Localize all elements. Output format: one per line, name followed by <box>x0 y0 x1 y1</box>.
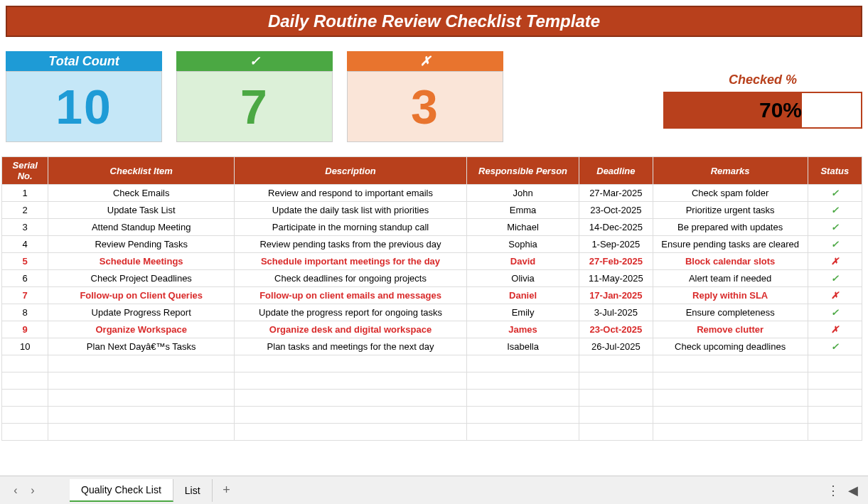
table-row-empty[interactable] <box>2 424 862 441</box>
header-item[interactable]: Checklist Item <box>48 157 235 185</box>
cell-empty[interactable] <box>235 407 467 424</box>
cell-item[interactable]: Follow-up on Client Queries <box>48 287 235 304</box>
cell-empty[interactable] <box>48 390 235 407</box>
cell-deadline[interactable]: 27-Feb-2025 <box>579 253 653 270</box>
cell-empty[interactable] <box>48 355 235 372</box>
table-row-empty[interactable] <box>2 407 862 424</box>
next-sheet-button[interactable]: › <box>24 482 41 499</box>
cell-deadline[interactable]: 23-Oct-2025 <box>579 321 653 338</box>
cell-item[interactable]: Review Pending Tasks <box>48 236 235 253</box>
cell-item[interactable]: Update Progress Report <box>48 304 235 321</box>
cell-deadline[interactable]: 23-Oct-2025 <box>579 202 653 219</box>
cell-person[interactable]: Daniel <box>467 287 579 304</box>
cell-item[interactable]: Check Project Deadlines <box>48 270 235 287</box>
cell-empty[interactable] <box>808 372 862 390</box>
cell-desc[interactable]: Update the daily task list with prioriti… <box>235 202 467 219</box>
cell-status[interactable]: ✓ <box>808 270 862 287</box>
cell-remarks[interactable]: Check upcoming deadlines <box>653 338 808 355</box>
prev-sheet-button[interactable]: ‹ <box>7 482 24 499</box>
cell-empty[interactable] <box>808 407 862 424</box>
cell-status[interactable]: ✗ <box>808 253 862 270</box>
cell-serial[interactable]: 1 <box>2 185 48 202</box>
cell-desc[interactable]: Schedule important meetings for the day <box>235 253 467 270</box>
cell-empty[interactable] <box>653 372 808 390</box>
add-sheet-button[interactable]: + <box>213 483 241 498</box>
table-row[interactable]: 8Update Progress ReportUpdate the progre… <box>2 304 862 321</box>
table-row[interactable]: 9Organize WorkspaceOrganize desk and dig… <box>2 321 862 338</box>
cell-status[interactable]: ✗ <box>808 287 862 304</box>
cell-empty[interactable] <box>808 424 862 441</box>
cell-person[interactable]: Isabella <box>467 338 579 355</box>
table-row[interactable]: 7Follow-up on Client QueriesFollow-up on… <box>2 287 862 304</box>
cell-empty[interactable] <box>2 372 48 390</box>
cell-person[interactable]: Emma <box>467 202 579 219</box>
header-status[interactable]: Status <box>808 157 862 185</box>
cell-status[interactable]: ✓ <box>808 185 862 202</box>
cell-empty[interactable] <box>653 407 808 424</box>
cell-empty[interactable] <box>2 355 48 372</box>
cell-serial[interactable]: 4 <box>2 236 48 253</box>
cell-empty[interactable] <box>235 372 467 390</box>
cell-desc[interactable]: Follow-up on client emails and messages <box>235 287 467 304</box>
cell-remarks[interactable]: Reply within SLA <box>653 287 808 304</box>
table-row-empty[interactable] <box>2 372 862 390</box>
cell-serial[interactable]: 8 <box>2 304 48 321</box>
cell-deadline[interactable]: 17-Jan-2025 <box>579 287 653 304</box>
cell-status[interactable]: ✓ <box>808 338 862 355</box>
cell-item[interactable]: Update Task List <box>48 202 235 219</box>
cell-serial[interactable]: 9 <box>2 321 48 338</box>
cell-desc[interactable]: Participate in the morning standup call <box>235 219 467 236</box>
cell-deadline[interactable]: 26-Jul-2025 <box>579 338 653 355</box>
cell-empty[interactable] <box>579 355 653 372</box>
cell-remarks[interactable]: Ensure completeness <box>653 304 808 321</box>
cell-deadline[interactable]: 11-May-2025 <box>579 270 653 287</box>
cell-item[interactable]: Plan Next Dayâ€™s Tasks <box>48 338 235 355</box>
cell-empty[interactable] <box>2 390 48 407</box>
cell-empty[interactable] <box>579 407 653 424</box>
header-person[interactable]: Responsible Person <box>467 157 579 185</box>
sidebar-toggle-icon[interactable]: ◀ <box>845 483 861 498</box>
table-row[interactable]: 1Check EmailsReview and respond to impor… <box>2 185 862 202</box>
cell-status[interactable]: ✓ <box>808 202 862 219</box>
cell-person[interactable]: David <box>467 253 579 270</box>
header-deadline[interactable]: Deadline <box>579 157 653 185</box>
cell-serial[interactable]: 5 <box>2 253 48 270</box>
cell-desc[interactable]: Review and respond to important emails <box>235 185 467 202</box>
cell-empty[interactable] <box>467 407 579 424</box>
table-row[interactable]: 2Update Task ListUpdate the daily task l… <box>2 202 862 219</box>
cell-serial[interactable]: 3 <box>2 219 48 236</box>
cell-serial[interactable]: 6 <box>2 270 48 287</box>
cell-desc[interactable]: Plan tasks and meetings for the next day <box>235 338 467 355</box>
cell-empty[interactable] <box>2 407 48 424</box>
cell-remarks[interactable]: Block calendar slots <box>653 253 808 270</box>
header-desc[interactable]: Description <box>235 157 467 185</box>
cell-remarks[interactable]: Check spam folder <box>653 185 808 202</box>
cell-status[interactable]: ✓ <box>808 304 862 321</box>
cell-empty[interactable] <box>808 355 862 372</box>
cell-item[interactable]: Schedule Meetings <box>48 253 235 270</box>
cell-person[interactable]: Michael <box>467 219 579 236</box>
cell-deadline[interactable]: 1-Sep-2025 <box>579 236 653 253</box>
cell-deadline[interactable]: 27-Mar-2025 <box>579 185 653 202</box>
cell-deadline[interactable]: 14-Dec-2025 <box>579 219 653 236</box>
cell-desc[interactable]: Update the progress report for ongoing t… <box>235 304 467 321</box>
cell-desc[interactable]: Review pending tasks from the previous d… <box>235 236 467 253</box>
cell-empty[interactable] <box>235 424 467 441</box>
cell-item[interactable]: Check Emails <box>48 185 235 202</box>
cell-empty[interactable] <box>235 390 467 407</box>
cell-empty[interactable] <box>653 355 808 372</box>
cell-desc[interactable]: Organize desk and digital workspace <box>235 321 467 338</box>
cell-empty[interactable] <box>467 372 579 390</box>
cell-person[interactable]: John <box>467 185 579 202</box>
cell-remarks[interactable]: Be prepared with updates <box>653 219 808 236</box>
cell-serial[interactable]: 10 <box>2 338 48 355</box>
cell-serial[interactable]: 2 <box>2 202 48 219</box>
cell-empty[interactable] <box>653 390 808 407</box>
cell-person[interactable]: Emily <box>467 304 579 321</box>
cell-status[interactable]: ✓ <box>808 219 862 236</box>
cell-empty[interactable] <box>467 355 579 372</box>
cell-empty[interactable] <box>48 372 235 390</box>
cell-empty[interactable] <box>467 390 579 407</box>
cell-empty[interactable] <box>48 424 235 441</box>
sheet-tab-list[interactable]: List <box>173 479 213 502</box>
